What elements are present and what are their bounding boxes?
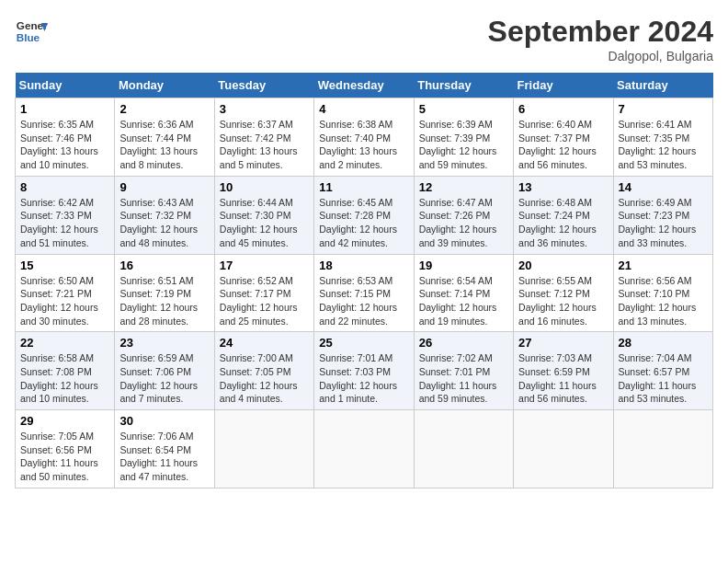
calendar-cell-28: 28 Sunrise: 7:04 AM Sunset: 6:57 PM Dayl… [613, 332, 712, 410]
location: Dalgopol, Bulgaria [488, 49, 713, 63]
calendar-cell-empty [514, 410, 613, 488]
day-info: Sunrise: 7:01 AM Sunset: 7:03 PM Dayligh… [319, 351, 408, 406]
day-info: Sunrise: 6:37 AM Sunset: 7:42 PM Dayligh… [220, 118, 309, 172]
day-number: 16 [119, 259, 209, 272]
day-info: Sunrise: 6:55 AM Sunset: 7:12 PM Dayligh… [518, 274, 608, 328]
calendar-row-week-5: 29 Sunrise: 7:05 AM Sunset: 6:56 PM Dayl… [16, 410, 713, 488]
day-info: Sunrise: 6:48 AM Sunset: 7:24 PM Dayligh… [518, 196, 608, 250]
day-info: Sunrise: 6:53 AM Sunset: 7:15 PM Dayligh… [319, 274, 408, 328]
day-info: Sunrise: 6:59 AM Sunset: 7:06 PM Dayligh… [119, 351, 209, 406]
day-number: 8 [20, 180, 109, 194]
day-info: Sunrise: 7:05 AM Sunset: 6:56 PM Dayligh… [20, 430, 109, 484]
weekday-header-monday: Monday [115, 73, 214, 98]
logo-icon: General Blue [15, 15, 48, 48]
day-number: 22 [20, 336, 109, 350]
day-number: 25 [319, 336, 408, 350]
calendar-cell-18: 18 Sunrise: 6:53 AM Sunset: 7:15 PM Dayl… [314, 254, 414, 332]
day-number: 15 [20, 259, 109, 272]
calendar-cell-empty [414, 410, 513, 488]
day-number: 26 [419, 336, 508, 350]
calendar-cell-empty [314, 410, 414, 488]
weekday-header-wednesday: Wednesday [314, 73, 414, 98]
calendar-cell-23: 23 Sunrise: 6:59 AM Sunset: 7:06 PM Dayl… [115, 332, 214, 410]
calendar-row-week-2: 8 Sunrise: 6:42 AM Sunset: 7:33 PM Dayli… [16, 176, 713, 254]
day-number: 7 [619, 102, 708, 116]
day-number: 9 [119, 180, 209, 194]
day-number: 2 [119, 102, 209, 116]
calendar-cell-15: 15 Sunrise: 6:50 AM Sunset: 7:21 PM Dayl… [16, 254, 115, 332]
day-number: 10 [220, 180, 309, 194]
calendar-cell-26: 26 Sunrise: 7:02 AM Sunset: 7:01 PM Dayl… [414, 332, 513, 410]
day-info: Sunrise: 6:40 AM Sunset: 7:37 PM Dayligh… [518, 118, 608, 172]
day-number: 14 [619, 180, 708, 194]
calendar-cell-12: 12 Sunrise: 6:47 AM Sunset: 7:26 PM Dayl… [414, 176, 513, 254]
calendar-cell-7: 7 Sunrise: 6:41 AM Sunset: 7:35 PM Dayli… [613, 98, 712, 177]
logo: General Blue [15, 15, 48, 48]
day-number: 18 [319, 259, 408, 272]
weekday-header-row: SundayMondayTuesdayWednesdayThursdayFrid… [16, 73, 713, 98]
day-number: 24 [220, 336, 309, 350]
calendar-cell-1: 1 Sunrise: 6:35 AM Sunset: 7:46 PM Dayli… [16, 98, 115, 177]
calendar-cell-11: 11 Sunrise: 6:45 AM Sunset: 7:28 PM Dayl… [314, 176, 414, 254]
day-number: 21 [619, 259, 708, 272]
calendar-cell-5: 5 Sunrise: 6:39 AM Sunset: 7:39 PM Dayli… [414, 98, 513, 177]
calendar-cell-24: 24 Sunrise: 7:00 AM Sunset: 7:05 PM Dayl… [214, 332, 313, 410]
calendar-row-week-3: 15 Sunrise: 6:50 AM Sunset: 7:21 PM Dayl… [16, 254, 713, 332]
calendar-row-week-1: 1 Sunrise: 6:35 AM Sunset: 7:46 PM Dayli… [16, 98, 713, 177]
day-number: 19 [419, 259, 508, 272]
day-number: 27 [518, 336, 608, 350]
day-info: Sunrise: 7:04 AM Sunset: 6:57 PM Dayligh… [619, 351, 708, 406]
weekday-header-tuesday: Tuesday [214, 73, 313, 98]
day-info: Sunrise: 6:45 AM Sunset: 7:28 PM Dayligh… [319, 196, 408, 250]
day-number: 11 [319, 180, 408, 194]
day-number: 23 [119, 336, 209, 350]
day-info: Sunrise: 6:42 AM Sunset: 7:33 PM Dayligh… [20, 196, 109, 250]
day-info: Sunrise: 6:58 AM Sunset: 7:08 PM Dayligh… [20, 351, 109, 406]
month-title: September 2024 [488, 15, 713, 49]
calendar-cell-21: 21 Sunrise: 6:56 AM Sunset: 7:10 PM Dayl… [613, 254, 712, 332]
day-number: 5 [419, 102, 508, 116]
day-number: 28 [619, 336, 708, 350]
day-number: 12 [419, 180, 508, 194]
calendar-cell-4: 4 Sunrise: 6:38 AM Sunset: 7:40 PM Dayli… [314, 98, 414, 177]
calendar-cell-6: 6 Sunrise: 6:40 AM Sunset: 7:37 PM Dayli… [514, 98, 613, 177]
day-info: Sunrise: 6:43 AM Sunset: 7:32 PM Dayligh… [119, 196, 209, 250]
day-info: Sunrise: 6:47 AM Sunset: 7:26 PM Dayligh… [419, 196, 508, 250]
calendar-cell-9: 9 Sunrise: 6:43 AM Sunset: 7:32 PM Dayli… [115, 176, 214, 254]
day-number: 1 [20, 102, 109, 116]
calendar-cell-10: 10 Sunrise: 6:44 AM Sunset: 7:30 PM Dayl… [214, 176, 313, 254]
svg-text:Blue: Blue [17, 31, 40, 43]
day-info: Sunrise: 6:56 AM Sunset: 7:10 PM Dayligh… [619, 274, 708, 328]
day-info: Sunrise: 7:06 AM Sunset: 6:54 PM Dayligh… [119, 430, 209, 484]
calendar-cell-3: 3 Sunrise: 6:37 AM Sunset: 7:42 PM Dayli… [214, 98, 313, 177]
calendar-cell-17: 17 Sunrise: 6:52 AM Sunset: 7:17 PM Dayl… [214, 254, 313, 332]
day-info: Sunrise: 6:41 AM Sunset: 7:35 PM Dayligh… [619, 118, 708, 172]
day-info: Sunrise: 6:35 AM Sunset: 7:46 PM Dayligh… [20, 118, 109, 172]
day-number: 29 [20, 414, 109, 428]
day-number: 13 [518, 180, 608, 194]
day-info: Sunrise: 6:36 AM Sunset: 7:44 PM Dayligh… [119, 118, 209, 172]
calendar-cell-27: 27 Sunrise: 7:03 AM Sunset: 6:59 PM Dayl… [514, 332, 613, 410]
calendar-row-week-4: 22 Sunrise: 6:58 AM Sunset: 7:08 PM Dayl… [16, 332, 713, 410]
calendar-cell-8: 8 Sunrise: 6:42 AM Sunset: 7:33 PM Dayli… [16, 176, 115, 254]
day-number: 20 [518, 259, 608, 272]
calendar-cell-22: 22 Sunrise: 6:58 AM Sunset: 7:08 PM Dayl… [16, 332, 115, 410]
day-info: Sunrise: 6:38 AM Sunset: 7:40 PM Dayligh… [319, 118, 408, 172]
calendar-cell-2: 2 Sunrise: 6:36 AM Sunset: 7:44 PM Dayli… [115, 98, 214, 177]
calendar-table: SundayMondayTuesdayWednesdayThursdayFrid… [15, 73, 713, 488]
calendar-cell-empty [613, 410, 712, 488]
calendar-cell-20: 20 Sunrise: 6:55 AM Sunset: 7:12 PM Dayl… [514, 254, 613, 332]
weekday-header-friday: Friday [514, 73, 613, 98]
calendar-cell-14: 14 Sunrise: 6:49 AM Sunset: 7:23 PM Dayl… [613, 176, 712, 254]
weekday-header-saturday: Saturday [613, 73, 712, 98]
day-info: Sunrise: 6:49 AM Sunset: 7:23 PM Dayligh… [619, 196, 708, 250]
calendar-cell-25: 25 Sunrise: 7:01 AM Sunset: 7:03 PM Dayl… [314, 332, 414, 410]
calendar-cell-30: 30 Sunrise: 7:06 AM Sunset: 6:54 PM Dayl… [115, 410, 214, 488]
day-number: 30 [119, 414, 209, 428]
day-info: Sunrise: 6:50 AM Sunset: 7:21 PM Dayligh… [20, 274, 109, 328]
day-number: 17 [220, 259, 309, 272]
calendar-cell-13: 13 Sunrise: 6:48 AM Sunset: 7:24 PM Dayl… [514, 176, 613, 254]
title-block: September 2024 Dalgopol, Bulgaria [488, 15, 713, 63]
page-header: General Blue September 2024 Dalgopol, Bu… [15, 15, 713, 63]
day-info: Sunrise: 7:03 AM Sunset: 6:59 PM Dayligh… [518, 351, 608, 406]
